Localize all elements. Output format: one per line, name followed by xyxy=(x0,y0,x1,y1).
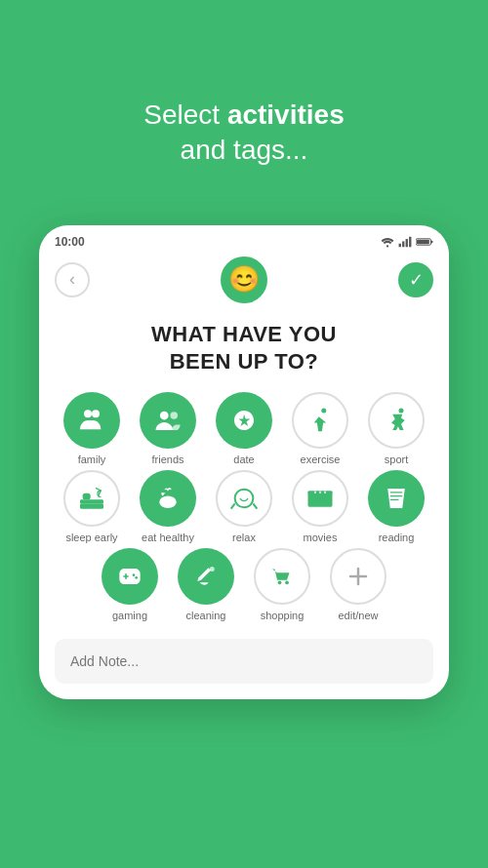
gaming-icon xyxy=(114,561,145,592)
svg-point-11 xyxy=(171,412,179,419)
movies-icon-bg xyxy=(292,470,348,527)
activity-cleaning[interactable]: cleaning xyxy=(171,548,241,622)
relax-icon-bg xyxy=(216,470,272,527)
header-bold: activities xyxy=(227,99,345,130)
phone-frame: 10:00 ‹ xyxy=(39,225,449,699)
svg-rect-4 xyxy=(409,237,411,248)
svg-rect-15 xyxy=(80,503,103,508)
activities-row-3: gaming cleaning xyxy=(95,548,393,622)
svg-rect-1 xyxy=(399,244,401,248)
relax-label: relax xyxy=(232,532,256,544)
note-input-container[interactable] xyxy=(55,639,433,684)
reading-icon xyxy=(382,484,411,513)
activity-shopping[interactable]: shopping xyxy=(247,548,317,622)
svg-point-12 xyxy=(321,408,326,413)
reading-icon-bg xyxy=(368,470,425,527)
family-icon-bg xyxy=(63,392,120,449)
svg-line-20 xyxy=(253,503,257,508)
friends-icon xyxy=(153,406,183,435)
cleaning-icon-bg xyxy=(178,548,234,605)
activities-row-2: sleep early eat healthy xyxy=(57,470,431,544)
activity-sport[interactable]: sport xyxy=(361,392,431,466)
svg-rect-3 xyxy=(406,239,408,247)
sleep-icon xyxy=(76,483,107,514)
note-input[interactable] xyxy=(70,653,418,669)
exercise-label: exercise xyxy=(301,454,341,466)
check-icon: ✓ xyxy=(409,269,424,291)
svg-rect-2 xyxy=(402,241,404,247)
exercise-icon-bg xyxy=(292,392,348,449)
sleep-icon-bg xyxy=(63,470,120,527)
svg-point-13 xyxy=(399,408,404,413)
emoji-face: 😊 xyxy=(228,264,260,295)
activity-edit-new[interactable]: edit/new xyxy=(323,548,393,622)
eat-icon-bg xyxy=(140,470,196,527)
activity-eat-healthy[interactable]: eat healthy xyxy=(133,470,203,544)
plus-icon-bg xyxy=(330,548,386,605)
confirm-button[interactable]: ✓ xyxy=(398,262,433,297)
svg-point-28 xyxy=(133,574,136,577)
movies-icon xyxy=(305,484,335,513)
svg-rect-14 xyxy=(80,499,103,503)
svg-point-10 xyxy=(160,412,169,420)
sport-icon-bg xyxy=(368,392,425,449)
friends-label: friends xyxy=(151,454,183,466)
plus-icon xyxy=(346,565,370,588)
svg-point-17 xyxy=(83,495,87,499)
header-title: Select activities and tags... xyxy=(143,98,344,169)
header-section: Select activities and tags... xyxy=(143,49,344,198)
activity-sleep-early[interactable]: sleep early xyxy=(57,470,127,544)
activity-movies[interactable]: movies xyxy=(285,470,355,544)
activity-relax[interactable]: relax xyxy=(209,470,279,544)
cleaning-label: cleaning xyxy=(186,610,226,622)
cleaning-icon xyxy=(191,562,221,591)
date-icon-bg xyxy=(216,392,272,449)
signal-icon xyxy=(398,236,412,248)
shopping-icon xyxy=(267,562,297,591)
status-bar: 10:00 xyxy=(39,225,449,253)
activity-reading[interactable]: reading xyxy=(361,470,431,544)
activity-family[interactable]: family xyxy=(57,392,127,466)
activities-row-1: family friends xyxy=(57,392,431,466)
svg-line-19 xyxy=(231,503,235,508)
question-title: WHAT HAVE YOUBEEN UP TO? xyxy=(39,311,449,392)
header-subtitle: and tags... xyxy=(181,135,308,165)
shopping-icon-bg xyxy=(254,548,310,605)
shopping-label: shopping xyxy=(261,610,305,622)
wifi-icon xyxy=(381,236,394,248)
svg-point-30 xyxy=(210,567,215,572)
svg-point-0 xyxy=(386,245,388,247)
friends-icon-bg xyxy=(140,392,196,449)
svg-point-32 xyxy=(285,581,289,585)
svg-point-9 xyxy=(92,410,100,417)
activity-exercise[interactable]: exercise xyxy=(285,392,355,466)
sport-label: sport xyxy=(385,454,408,466)
exercise-icon xyxy=(305,406,335,435)
svg-point-31 xyxy=(278,581,282,585)
nav-bar: ‹ 😊 ✓ xyxy=(39,253,449,311)
date-label: date xyxy=(233,454,254,466)
date-icon xyxy=(229,406,259,435)
relax-icon xyxy=(228,483,260,514)
reading-label: reading xyxy=(379,532,415,544)
sleep-label: sleep early xyxy=(65,532,117,544)
activity-friends[interactable]: friends xyxy=(133,392,203,466)
eat-label: eat healthy xyxy=(142,532,194,544)
family-icon xyxy=(76,405,107,436)
activity-gaming[interactable]: gaming xyxy=(95,548,165,622)
svg-point-18 xyxy=(159,496,177,509)
back-button[interactable]: ‹ xyxy=(55,262,90,297)
svg-rect-7 xyxy=(417,240,429,245)
activities-grid: family friends xyxy=(39,392,449,627)
sport-icon xyxy=(382,406,411,435)
svg-point-29 xyxy=(135,576,138,579)
svg-rect-6 xyxy=(430,240,432,243)
movies-label: movies xyxy=(304,532,338,544)
activity-date[interactable]: date xyxy=(209,392,279,466)
status-time: 10:00 xyxy=(55,235,85,249)
back-icon: ‹ xyxy=(69,269,75,290)
mood-emoji: 😊 xyxy=(221,256,267,303)
edit-new-label: edit/new xyxy=(339,610,379,622)
svg-point-8 xyxy=(84,410,92,417)
battery-icon xyxy=(416,236,433,248)
